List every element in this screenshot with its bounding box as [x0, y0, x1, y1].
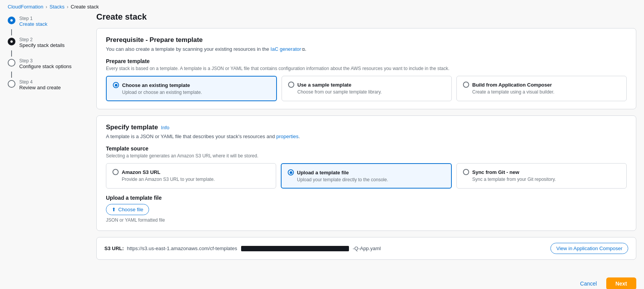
- s3-url-redacted: [241, 246, 349, 251]
- spec-desc-link[interactable]: properties: [276, 134, 299, 139]
- step2-circle: [8, 38, 15, 45]
- page-title: Create stack: [96, 12, 636, 22]
- radio-choose-existing: [113, 82, 119, 88]
- prerequisite-card: Prerequisite - Prepare template You can …: [96, 28, 636, 109]
- step2-number: Step 2: [19, 37, 65, 42]
- upload-hint: JSON or YAML formatted file: [106, 217, 627, 223]
- cancel-button[interactable]: Cancel: [575, 277, 602, 289]
- source-option-s3-title: Amazon S3 URL: [122, 169, 160, 175]
- specify-template-title: Specify template Info: [106, 124, 627, 131]
- option-use-sample-desc: Choose from our sample template library.: [297, 89, 445, 95]
- prerequisite-desc: You can also create a template by scanni…: [106, 46, 627, 52]
- prepare-template-label: Prepare template: [106, 58, 627, 64]
- view-composer-label: View in Application Composer: [556, 246, 622, 251]
- step3-circle: [8, 59, 15, 67]
- radio-use-sample: [288, 82, 294, 88]
- sidebar-item-step3: Step 3 Configure stack options: [8, 58, 85, 69]
- choose-file-button[interactable]: ⬆ Choose file: [106, 204, 149, 215]
- main-content: Create stack Prerequisite - Prepare temp…: [96, 12, 636, 266]
- radio-s3-url: [112, 169, 119, 175]
- source-option-upload-title: Upload a template file: [297, 170, 349, 175]
- connector3: [11, 72, 12, 78]
- s3-url-suffix: -Q-App.yaml: [353, 246, 381, 251]
- option-choose-existing-desc: Upload or choose an existing template.: [122, 90, 270, 95]
- sidebar: Step 1 Create stack Step 2 Specify stack…: [8, 12, 85, 266]
- connector2: [11, 50, 12, 57]
- source-option-upload[interactable]: Upload a template file Upload your templ…: [281, 163, 452, 189]
- step2-name: Specify stack details: [19, 42, 65, 48]
- source-option-git-desc: Sync a template from your Git repository…: [472, 177, 620, 182]
- option-build-app-composer[interactable]: Build from Application Composer Create a…: [456, 76, 627, 101]
- breadcrumb-current: Create stack: [71, 4, 99, 10]
- breadcrumb-sep2: ›: [67, 4, 69, 10]
- step4-circle: [8, 80, 15, 88]
- template-source-label: Template source: [106, 145, 627, 152]
- footer: Cancel Next: [0, 274, 644, 289]
- iac-generator-link[interactable]: IaC generator: [270, 46, 301, 52]
- sidebar-item-step1: Step 1 Create stack: [8, 16, 85, 27]
- prerequisite-title: Prerequisite - Prepare template: [106, 36, 627, 44]
- upload-icon: ⬆: [112, 207, 116, 212]
- upload-label: Upload a template file: [106, 195, 627, 201]
- choose-file-label: Choose file: [118, 207, 143, 212]
- s3-label: S3 URL:: [104, 246, 124, 251]
- radio-upload-file: [288, 169, 294, 175]
- prereq-desc-suffix: .: [305, 46, 307, 52]
- step4-number: Step 4: [19, 79, 61, 85]
- step4-name: Review and create: [19, 85, 61, 90]
- breadcrumb-sep1: ›: [46, 4, 47, 10]
- upload-section: Upload a template file ⬆ Choose file JSO…: [106, 195, 627, 223]
- option-choose-existing[interactable]: Choose an existing template Upload or ch…: [106, 76, 277, 101]
- option-choose-existing-title: Choose an existing template: [122, 82, 190, 88]
- s3-url-prefix: https://s3.us-east-1.amazonaws.com/cf-te…: [127, 246, 237, 251]
- source-option-git[interactable]: Sync from Git - new Sync a template from…: [456, 163, 627, 189]
- template-options: Choose an existing template Upload or ch…: [106, 76, 627, 101]
- source-options: Amazon S3 URL Provide an Amazon S3 URL t…: [106, 163, 627, 189]
- breadcrumb: CloudFormation › Stacks › Create stack: [0, 0, 644, 12]
- specify-template-card: Specify template Info A template is a JS…: [96, 115, 636, 231]
- spec-desc-suffix: .: [299, 134, 300, 139]
- s3-url-content: S3 URL: https://s3.us-east-1.amazonaws.c…: [104, 246, 550, 251]
- spec-desc-prefix: A template is a JSON or YAML file that d…: [106, 134, 276, 139]
- view-application-composer-button[interactable]: View in Application Composer: [550, 243, 628, 254]
- step1-circle: [8, 17, 15, 24]
- step3-number: Step 3: [19, 58, 72, 63]
- source-option-s3-desc: Provide an Amazon S3 URL to your templat…: [122, 177, 270, 182]
- source-option-upload-desc: Upload your template directly to the con…: [297, 177, 445, 182]
- breadcrumb-cloudformation[interactable]: CloudFormation: [8, 4, 44, 10]
- s3-url-bar: S3 URL: https://s3.us-east-1.amazonaws.c…: [96, 237, 636, 260]
- template-source-sublabel: Selecting a template generates an Amazon…: [106, 153, 627, 159]
- prereq-desc-prefix: You can also create a template by scanni…: [106, 46, 270, 52]
- spec-desc: A template is a JSON or YAML file that d…: [106, 134, 627, 139]
- radio-build-app-composer: [463, 82, 469, 88]
- option-use-sample-title: Use a sample template: [297, 82, 351, 88]
- external-link-icon: ⧉: [302, 47, 305, 52]
- source-option-s3-url[interactable]: Amazon S3 URL Provide an Amazon S3 URL t…: [106, 163, 276, 189]
- spec-title-text: Specify template: [106, 124, 158, 131]
- sidebar-item-step4: Step 4 Review and create: [8, 79, 85, 90]
- breadcrumb-stacks[interactable]: Stacks: [50, 4, 65, 10]
- option-build-app-composer-title: Build from Application Composer: [472, 82, 552, 88]
- step1-number: Step 1: [19, 16, 47, 21]
- next-button[interactable]: Next: [606, 277, 636, 289]
- info-link[interactable]: Info: [161, 125, 169, 130]
- prepare-template-sublabel: Every stack is based on a template. A te…: [106, 66, 627, 71]
- step1-name: Create stack: [19, 21, 47, 27]
- sidebar-item-step2: Step 2 Specify stack details: [8, 37, 85, 48]
- radio-sync-git: [463, 169, 469, 175]
- option-use-sample[interactable]: Use a sample template Choose from our sa…: [282, 76, 452, 101]
- source-option-git-title: Sync from Git - new: [472, 169, 519, 175]
- step3-name: Configure stack options: [19, 63, 72, 69]
- connector1: [11, 29, 12, 35]
- option-build-app-composer-desc: Create a template using a visual builder…: [472, 89, 620, 95]
